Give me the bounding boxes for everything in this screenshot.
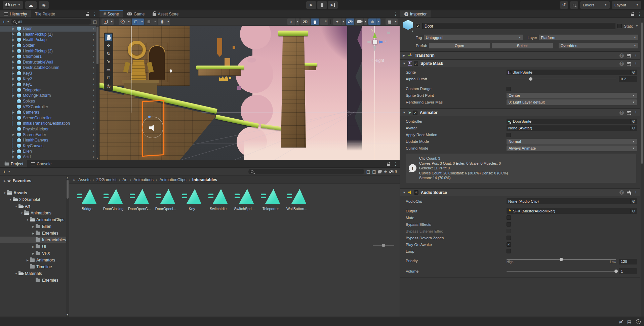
- value-field-priority[interactable]: 128: [619, 259, 637, 264]
- component-header-sprite-mask[interactable]: ▼Sprite Mask?⋮: [400, 59, 640, 67]
- prefab-chevron-icon[interactable]: ›: [93, 88, 94, 92]
- asset-teleporter[interactable]: Teleporter: [257, 189, 284, 211]
- scene-effects-button[interactable]: ✦▼: [333, 18, 345, 25]
- hierarchy-item-keycanvas[interactable]: KeyCanvas›: [0, 143, 99, 149]
- project-tree-item-timeline[interactable]: Timeline: [0, 263, 69, 270]
- hierarchy-item-acid[interactable]: ▶Acid›: [0, 154, 99, 160]
- hierarchy-item-destructablewall[interactable]: ▶DestructableWall›: [0, 59, 99, 65]
- hierarchy-item-initialtransitiondestination[interactable]: InitialTransitionDestination›: [0, 121, 99, 126]
- prefab-chevron-icon[interactable]: ›: [93, 77, 94, 81]
- kebab-menu-icon[interactable]: ⋮: [634, 190, 638, 195]
- play-button[interactable]: ▶: [306, 1, 316, 9]
- expand-arrow-icon[interactable]: ▶: [31, 245, 36, 248]
- chevron-down-icon[interactable]: ▼: [110, 18, 114, 25]
- object-field-controller[interactable]: DoorSprite⊙: [507, 119, 637, 124]
- 2d-toggle-button[interactable]: 2D: [300, 18, 310, 25]
- checkbox-custom-range[interactable]: [507, 87, 511, 91]
- prefab-chevron-icon[interactable]: ›: [93, 60, 94, 65]
- tab-inspector[interactable]: i Inspector: [400, 10, 431, 17]
- project-tree-item-materials[interactable]: ▼Materials: [0, 270, 69, 277]
- move-tool[interactable]: ✛: [105, 42, 112, 49]
- presets-icon[interactable]: [627, 191, 631, 194]
- kebab-menu-icon[interactable]: ⋮: [634, 61, 638, 66]
- chevron-down-icon[interactable]: ▼: [295, 18, 299, 25]
- hierarchy-item-key3[interactable]: ▶Key3›: [0, 71, 99, 76]
- expand-arrow-icon[interactable]: ▶: [12, 38, 17, 41]
- layout-dropdown[interactable]: Layout▼: [612, 1, 641, 9]
- project-tree-item-ellen[interactable]: ▶Ellen: [0, 223, 69, 230]
- gizmo-center-cube[interactable]: [373, 40, 377, 44]
- scene-lighting-button[interactable]: [311, 18, 319, 25]
- debugger-detached-icon[interactable]: ж: [619, 319, 622, 324]
- kebab-menu-icon[interactable]: ⋮: [394, 12, 398, 16]
- expand-arrow-icon[interactable]: ▼: [8, 198, 13, 201]
- prefab-chevron-icon[interactable]: ›: [93, 93, 94, 98]
- collab-layers-icon[interactable]: ▤: [627, 319, 631, 324]
- slider-track-priority[interactable]: [507, 259, 616, 260]
- breadcrumb-item-interactables[interactable]: Interactables: [192, 177, 217, 182]
- expand-arrow-icon[interactable]: ▶: [12, 94, 17, 97]
- kebab-menu-icon[interactable]: ⋮: [394, 162, 398, 166]
- thumbnail-size-slider[interactable]: [373, 245, 394, 246]
- foldout-arrow-icon[interactable]: ▼: [403, 191, 406, 194]
- hierarchy-item-ellen[interactable]: ▶Ellen›: [0, 149, 99, 154]
- cloud-services-button[interactable]: ☁: [25, 1, 37, 9]
- breadcrumb-item-2dgamekit[interactable]: 2DGamekit: [96, 177, 117, 182]
- checkbox-bypass-reverb-zones[interactable]: [507, 236, 511, 240]
- project-tree-item-animations[interactable]: ▼Animations: [0, 210, 69, 216]
- hierarchy-item-healthpickup[interactable]: ▶HealthPickup›: [0, 37, 99, 43]
- checkbox-bypass-effects[interactable]: [507, 222, 511, 227]
- layer-dropdown[interactable]: Platform▼: [539, 35, 638, 40]
- project-search-input[interactable]: [248, 169, 364, 174]
- asset-wallbutton[interactable]: WallButton...: [284, 189, 310, 211]
- rect-tool[interactable]: ▭: [105, 66, 112, 74]
- expand-arrow-icon[interactable]: ▶: [12, 111, 17, 114]
- tab-hierarchy[interactable]: Hierarchy: [0, 10, 31, 17]
- expand-arrow-icon[interactable]: ▼: [19, 212, 24, 215]
- lock-icon[interactable]: [86, 12, 89, 16]
- camera-settings-button[interactable]: ▼: [355, 18, 367, 25]
- dropdown-rendering-layer-mas[interactable]: 0: Light Layer default▼: [507, 99, 637, 105]
- undo-history-button[interactable]: ↺: [560, 1, 568, 9]
- project-tree-item-animationclips[interactable]: ▼AnimationClips: [0, 216, 69, 223]
- save-search-star-icon[interactable]: ★: [384, 169, 388, 174]
- prefab-chevron-icon[interactable]: ›: [93, 49, 94, 53]
- slider-track-alpha-cutoff[interactable]: [507, 79, 616, 79]
- create-add-button[interactable]: +: [2, 19, 5, 24]
- search-expand-icon[interactable]: ◳: [93, 19, 97, 24]
- y-axis-cone[interactable]: [373, 32, 377, 38]
- hierarchy-item-door[interactable]: ▶Door›: [0, 26, 99, 32]
- chevron-down-icon[interactable]: ▼: [166, 18, 170, 25]
- expand-arrow-icon[interactable]: ▶: [31, 232, 36, 235]
- hierarchy-item-chomper1[interactable]: ▶Chomper1›: [0, 54, 99, 59]
- grid-settings-button[interactable]: ▦▼: [386, 18, 398, 25]
- version-control-button[interactable]: ◉: [39, 1, 49, 9]
- help-icon[interactable]: ?: [619, 190, 624, 195]
- hierarchy-item-scenecontroller[interactable]: SceneController›: [0, 115, 99, 121]
- prefab-chevron-icon[interactable]: ›: [93, 116, 94, 120]
- scroll-down-icon[interactable]: ▼: [96, 157, 98, 159]
- chevron-down-icon[interactable]: ▼: [8, 170, 10, 173]
- asset-switchidle[interactable]: SwitchIdle: [205, 189, 231, 211]
- prefab-chevron-icon[interactable]: ›: [93, 43, 94, 48]
- prefab-chevron-icon[interactable]: ›: [93, 144, 94, 148]
- foldout-arrow-icon[interactable]: ▼: [403, 111, 406, 114]
- expand-arrow-icon[interactable]: ▼: [25, 218, 30, 221]
- expand-arrow-icon[interactable]: ▶: [12, 155, 17, 158]
- tool-settings-button[interactable]: ▼: [102, 18, 114, 25]
- hierarchy-item-cameras[interactable]: ▶Cameras›: [0, 110, 99, 115]
- project-tree-item-art[interactable]: ▼Art: [0, 203, 69, 210]
- object-picker-icon[interactable]: ⊙: [630, 119, 635, 124]
- audio-gizmo-circle[interactable]: [142, 117, 163, 138]
- prefab-chevron-icon[interactable]: ›: [93, 138, 94, 142]
- prefab-chevron-icon[interactable]: ›: [93, 54, 94, 59]
- object-field-audioclip[interactable]: None (Audio Clip)⊙: [507, 198, 637, 204]
- search-expand-icon[interactable]: ◳: [366, 169, 370, 174]
- hierarchy-item-movingplatform[interactable]: ▶MovingPlatform›: [0, 93, 99, 98]
- active-checkbox[interactable]: [416, 24, 420, 28]
- increment-snap-button[interactable]: ⋕▼: [158, 18, 170, 25]
- dropdown-update-mode[interactable]: Normal▼: [507, 139, 637, 145]
- prefab-chevron-icon[interactable]: ›: [93, 65, 94, 70]
- help-icon[interactable]: ?: [619, 111, 624, 115]
- project-tree-item-2dgamekit[interactable]: ▼2DGamekit: [0, 196, 69, 203]
